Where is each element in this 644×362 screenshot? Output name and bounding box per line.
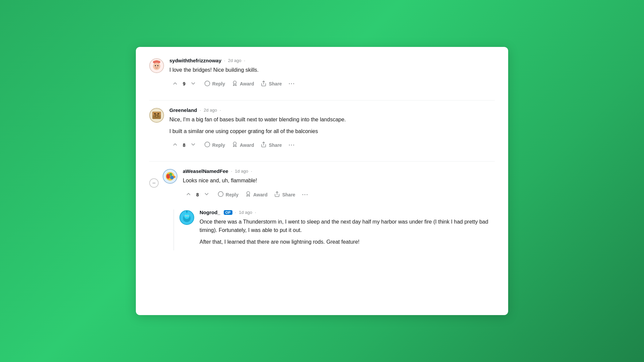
downvote-syd[interactable] bbox=[187, 78, 199, 89]
downvote-weasel[interactable] bbox=[201, 189, 212, 200]
svg-point-27 bbox=[169, 173, 172, 176]
avatar-nogrod bbox=[179, 210, 194, 225]
upvote-green[interactable] bbox=[169, 139, 181, 150]
share-icon-weasel bbox=[274, 191, 280, 198]
upvote-icon-green bbox=[172, 141, 178, 148]
downvote-icon-weasel bbox=[204, 191, 210, 198]
actions-green: 8 Reply Awa bbox=[169, 139, 495, 150]
avatar-weasel bbox=[163, 169, 177, 184]
comment-weasel: aWeaselNamedFee · 1d ago · Looks nice an… bbox=[163, 168, 495, 204]
timestamp-weasel: 1d ago bbox=[235, 169, 248, 174]
svg-point-3 bbox=[158, 61, 160, 63]
more-icon-syd: ··· bbox=[288, 81, 295, 87]
avatar-green bbox=[149, 108, 164, 123]
vote-group-green: 8 bbox=[169, 139, 199, 150]
svg-point-4 bbox=[153, 63, 160, 70]
award-btn-syd[interactable]: Award bbox=[229, 78, 257, 89]
svg-point-26 bbox=[170, 176, 174, 180]
svg-point-18 bbox=[233, 142, 236, 145]
comment-header-nogrod: Nogrod_ OP · 1d ago · bbox=[200, 209, 495, 215]
divider-1 bbox=[149, 100, 495, 101]
share-icon-syd bbox=[261, 80, 267, 87]
downvote-icon bbox=[190, 80, 196, 87]
comment-body-weasel: aWeaselNamedFee · 1d ago · Looks nice an… bbox=[183, 168, 495, 200]
award-icon-green bbox=[232, 141, 238, 148]
svg-point-7 bbox=[205, 81, 210, 86]
comment-text-syd: I love the bridges! Nice building skills… bbox=[169, 66, 495, 74]
weasel-content: aWeaselNamedFee · 1d ago · Looks nice an… bbox=[163, 168, 495, 250]
svg-rect-14 bbox=[156, 116, 157, 117]
comment-body-nogrod: Nogrod_ OP · 1d ago · Once there was a T… bbox=[200, 209, 495, 250]
share-btn-green[interactable]: Share bbox=[258, 139, 284, 150]
upvote-icon-weasel bbox=[185, 191, 192, 198]
svg-point-37 bbox=[187, 216, 188, 216]
svg-rect-15 bbox=[154, 113, 156, 114]
comment-syd: sydwiththefrizznoway · 2d ago · I love t… bbox=[149, 58, 495, 98]
op-badge: OP bbox=[224, 210, 232, 215]
username-green: Greeneland bbox=[169, 107, 197, 113]
comment-header-green: Greeneland · 2d ago · bbox=[169, 107, 495, 113]
collapse-btn-weasel[interactable]: − bbox=[149, 178, 159, 188]
svg-point-36 bbox=[185, 216, 186, 216]
more-btn-green[interactable]: ··· bbox=[286, 140, 298, 150]
comment-card: sydwiththefrizznoway · 2d ago · I love t… bbox=[136, 47, 508, 315]
timestamp-syd: 2d ago bbox=[228, 58, 241, 63]
reply-icon-weasel bbox=[218, 191, 224, 198]
avatar-syd bbox=[149, 58, 164, 73]
reply-btn-green[interactable]: Reply bbox=[202, 139, 228, 150]
svg-point-33 bbox=[184, 214, 190, 219]
svg-point-8 bbox=[233, 81, 236, 84]
award-icon-syd bbox=[232, 80, 238, 87]
svg-point-2 bbox=[153, 61, 155, 63]
share-btn-syd[interactable]: Share bbox=[258, 78, 284, 89]
comment-text-weasel: Looks nice and, uh, flammable! bbox=[183, 177, 495, 185]
svg-point-5 bbox=[155, 65, 156, 66]
share-btn-weasel[interactable]: Share bbox=[271, 189, 298, 200]
timestamp-nogrod: 1d ago bbox=[239, 210, 252, 215]
svg-point-28 bbox=[218, 192, 223, 197]
comment-text-green: Nice, I'm a big fan of bases built next … bbox=[169, 116, 495, 136]
reply-icon-syd bbox=[204, 80, 210, 87]
more-icon-weasel: ··· bbox=[302, 192, 308, 198]
comment-green: Greeneland · 2d ago · Nice, I'm a big fa… bbox=[149, 107, 495, 159]
vote-count-syd: 9 bbox=[183, 81, 185, 86]
vote-count-green: 8 bbox=[183, 142, 185, 148]
username-syd: sydwiththefrizznoway bbox=[169, 58, 221, 63]
more-icon-green: ··· bbox=[288, 142, 295, 148]
reply-btn-weasel[interactable]: Reply bbox=[215, 189, 241, 200]
more-btn-weasel[interactable]: ··· bbox=[299, 190, 311, 200]
svg-point-39 bbox=[186, 211, 187, 213]
comment-header-syd: sydwiththefrizznoway · 2d ago · bbox=[169, 58, 495, 63]
timestamp-green: 2d ago bbox=[204, 108, 217, 113]
username-nogrod: Nogrod_ bbox=[200, 209, 220, 215]
nested-comment-nogrod: Nogrod_ OP · 1d ago · Once there was a T… bbox=[173, 209, 495, 250]
reply-icon-green bbox=[204, 141, 210, 148]
upvote-icon bbox=[172, 80, 178, 87]
actions-syd: 9 Reply Awa bbox=[169, 78, 495, 89]
svg-point-29 bbox=[247, 192, 250, 195]
vote-count-weasel: 8 bbox=[196, 192, 199, 197]
svg-point-17 bbox=[205, 142, 210, 147]
comment-nogrod: Nogrod_ OP · 1d ago · Once there was a T… bbox=[179, 209, 495, 250]
comment-text-nogrod: Once there was a Thunderstorm in, I went… bbox=[200, 218, 495, 246]
award-btn-green[interactable]: Award bbox=[229, 139, 257, 150]
upvote-syd[interactable] bbox=[169, 78, 181, 89]
svg-point-6 bbox=[157, 65, 159, 66]
divider-2 bbox=[149, 161, 495, 162]
upvote-weasel[interactable] bbox=[183, 189, 194, 200]
weasel-row: − bbox=[149, 168, 495, 250]
vote-group-syd: 9 bbox=[169, 78, 199, 89]
more-btn-syd[interactable]: ··· bbox=[286, 79, 298, 89]
comment-body-green: Greeneland · 2d ago · Nice, I'm a big fa… bbox=[169, 107, 495, 151]
award-btn-weasel[interactable]: Award bbox=[243, 189, 270, 200]
svg-rect-16 bbox=[158, 113, 159, 114]
award-icon-weasel bbox=[245, 191, 251, 198]
minus-icon: − bbox=[152, 180, 156, 187]
actions-weasel: 8 Reply bbox=[183, 189, 495, 200]
comment-header-weasel: aWeaselNamedFee · 1d ago · bbox=[183, 168, 495, 174]
downvote-green[interactable] bbox=[187, 139, 199, 150]
reply-btn-syd[interactable]: Reply bbox=[202, 78, 228, 89]
vote-group-weasel: 8 bbox=[183, 189, 212, 200]
downvote-icon-green bbox=[190, 141, 196, 148]
share-icon-green bbox=[261, 141, 267, 148]
